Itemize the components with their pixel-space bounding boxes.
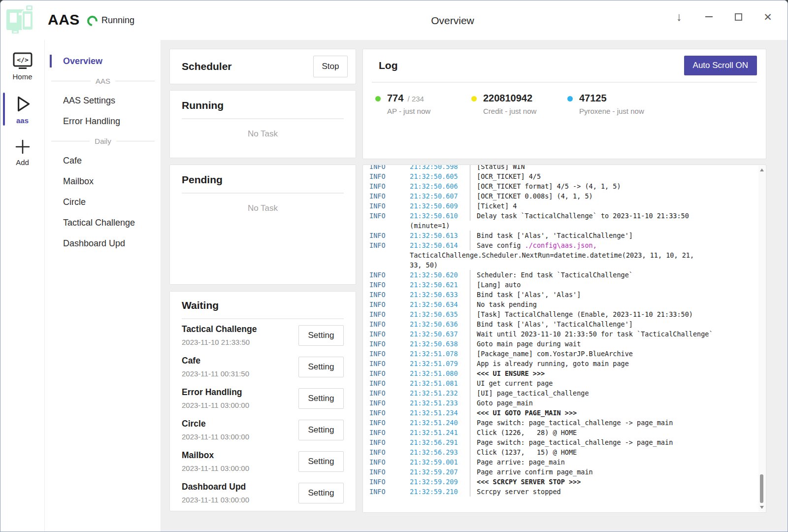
log-line: INFO21:32:51.240Page switch: page_tactic… xyxy=(369,418,753,428)
nav-item-dashboard-upd[interactable]: Dashboard Upd xyxy=(45,233,161,254)
rail-item-label: Home xyxy=(12,72,32,81)
log-line: INFO21:32:50.634No task pending xyxy=(369,299,753,309)
rail-item-home[interactable]: </> Home xyxy=(0,50,44,83)
scroll-down-icon[interactable] xyxy=(760,506,764,509)
nav-item-label: Cafe xyxy=(63,156,82,166)
waiting-task-next-run: 2023-11-11 03:00:00 xyxy=(182,464,249,472)
log-line: INFO21:32:50.635[Task] TacticalChallenge… xyxy=(369,309,753,319)
nav-item-label: Overview xyxy=(63,56,102,66)
task-setting-button[interactable]: Setting xyxy=(298,420,344,440)
log-line: INFO21:32:51.232[UI] page_tactical_chall… xyxy=(369,388,753,398)
scheduler-card: Scheduler Stop xyxy=(169,49,356,84)
log-line-continuation: (minute=1) xyxy=(369,221,753,231)
nav-item-cafe[interactable]: Cafe xyxy=(45,150,161,171)
divider xyxy=(182,193,344,194)
nav-item-mailbox[interactable]: Mailbox xyxy=(45,171,161,192)
log-line: INFO21:32:51.079App is already running, … xyxy=(369,359,753,368)
app-window: AAS Running Overview ↓ ✕ </> Home aas xyxy=(0,0,788,532)
waiting-card: Waiting Tactical Challenge2023-11-10 21:… xyxy=(169,291,356,511)
running-spinner-icon xyxy=(85,14,100,29)
log-line: INFO21:32:50.621[Lang] auto xyxy=(369,280,753,290)
nav-item-tactical-challenge[interactable]: Tactical Challenge xyxy=(45,212,161,233)
task-setting-button[interactable]: Setting xyxy=(298,483,344,503)
log-line: INFO21:32:50.606[OCR_TICKET format] 4/5 … xyxy=(369,181,753,191)
log-line: INFO21:32:50.614Save config ./config\aas… xyxy=(369,240,753,250)
running-empty-text: No Task xyxy=(182,129,344,139)
stat-value: 220810942 xyxy=(483,93,536,104)
log-line: INFO21:32:50.636Bind task ['Alas', 'Tact… xyxy=(369,319,753,329)
nav-item-error-handling[interactable]: Error Handling xyxy=(45,111,161,132)
scroll-up-icon[interactable] xyxy=(760,168,764,171)
plus-icon xyxy=(13,137,32,156)
log-line: INFO21:32:59.210Scrcpy server stopped xyxy=(369,487,753,497)
close-icon[interactable]: ✕ xyxy=(761,10,775,24)
nav-item-circle[interactable]: Circle xyxy=(45,192,161,212)
nav-item-label: Dashboard Upd xyxy=(63,238,125,249)
waiting-task-row: Dashboard Upd2023-11-11 03:00:00Setting xyxy=(182,477,344,508)
stat-label: Credit - just now xyxy=(483,107,536,115)
waiting-task-next-run: 2023-11-10 21:33:50 xyxy=(182,338,257,346)
rail-item-add[interactable]: Add xyxy=(0,135,44,168)
log-line: INFO21:32:50.605[OCR_TICKET] 4/5 xyxy=(369,171,753,181)
stat-label: AP - just now xyxy=(387,107,430,115)
rail-item-aas[interactable]: aas xyxy=(0,92,44,127)
stat-label: Pyroxene - just now xyxy=(579,107,644,115)
nav-section-label: AAS xyxy=(96,77,110,85)
log-line: INFO21:32:50.620Scheduler: End task `Tac… xyxy=(369,270,753,280)
nav-item-label: Circle xyxy=(63,197,86,207)
titlebar: AAS Running Overview ↓ ✕ xyxy=(0,0,788,40)
log-line: INFO21:32:56.293Click (1237, 15) @ HOME xyxy=(369,447,753,457)
scrollbar-thumb[interactable] xyxy=(760,474,763,503)
log-line: INFO21:32:50.638Goto main page during wa… xyxy=(369,339,753,349)
log-stats: 774 / 234AP - just now220810942Credit - … xyxy=(363,83,766,115)
scheduler-status-label: Running xyxy=(101,15,134,26)
nav-list: OverviewAASAAS SettingsError HandlingDai… xyxy=(45,51,161,254)
task-setting-button[interactable]: Setting xyxy=(298,451,344,472)
waiting-task-next-run: 2023-11-11 03:00:00 xyxy=(182,401,249,409)
window-controls: ↓ ✕ xyxy=(672,4,775,29)
pending-empty-text: No Task xyxy=(182,203,344,213)
task-setting-button[interactable]: Setting xyxy=(298,388,344,409)
stat-value: 47125 xyxy=(579,93,644,104)
waiting-task-row: Cafe2023-11-11 00:31:50Setting xyxy=(182,351,344,382)
main-content: Scheduler Stop Running No Task Pending N… xyxy=(161,40,788,532)
log-header: Log Auto Scroll ON xyxy=(363,49,766,82)
waiting-task-row: Mailbox2023-11-11 03:00:00Setting xyxy=(182,445,344,477)
waiting-task-name: Mailbox xyxy=(182,450,249,461)
nav-item-label: Error Handling xyxy=(63,116,120,127)
auto-scroll-button[interactable]: Auto Scroll ON xyxy=(684,56,757,75)
play-icon xyxy=(12,94,33,114)
icon-rail: </> Home aas Add xyxy=(0,40,45,532)
nav-item-aas-settings[interactable]: AAS Settings xyxy=(45,90,161,111)
log-title: Log xyxy=(379,60,397,71)
log-line: INFO21:32:50.609[Ticket] 4 xyxy=(369,201,753,211)
app-name: AAS xyxy=(48,11,80,28)
log-line: INFO21:32:51.081UI get current page xyxy=(369,378,753,388)
page-title: Overview xyxy=(431,15,474,27)
rail-item-label: Add xyxy=(16,158,29,166)
maximize-icon[interactable] xyxy=(731,10,745,24)
log-line: INFO21:32:50.607[OCR_TICKET 0.008s] (4, … xyxy=(369,191,753,201)
log-scrollbar[interactable] xyxy=(758,166,765,512)
minimize-icon[interactable] xyxy=(702,10,716,24)
scheduler-title: Scheduler xyxy=(182,61,232,72)
log-line: INFO21:32:51.233Goto page_main xyxy=(369,398,753,408)
waiting-task-row: Tactical Challenge2023-11-10 21:33:50Set… xyxy=(182,319,344,351)
log-output[interactable]: INFO21:32:50.598[Status] WININFO21:32:50… xyxy=(362,165,766,513)
waiting-task-name: Circle xyxy=(182,419,249,429)
nav-item-overview[interactable]: Overview xyxy=(45,51,161,71)
task-setting-button[interactable]: Setting xyxy=(298,357,344,377)
log-line: INFO21:32:51.234<<< UI GOTO PAGE_MAIN >>… xyxy=(369,408,753,418)
log-line: INFO21:32:50.637Wait until 2023-11-10 21… xyxy=(369,329,753,339)
waiting-task-next-run: 2023-11-11 00:31:50 xyxy=(182,369,249,378)
log-line: INFO21:32:50.613Bind task ['Alas', 'Tact… xyxy=(369,231,753,240)
nav-item-label: Mailbox xyxy=(63,176,94,187)
svg-text:</>: </> xyxy=(17,56,29,64)
running-title: Running xyxy=(182,100,344,111)
waiting-task-next-run: 2023-11-11 03:00:00 xyxy=(182,496,249,504)
download-update-icon[interactable]: ↓ xyxy=(672,10,686,24)
log-lines: INFO21:32:50.598[Status] WININFO21:32:50… xyxy=(369,165,753,497)
log-line-continuation: TacticalChallenge.Scheduler.NextRun=date… xyxy=(369,250,753,260)
task-setting-button[interactable]: Setting xyxy=(298,325,344,346)
stop-button[interactable]: Stop xyxy=(313,56,348,77)
